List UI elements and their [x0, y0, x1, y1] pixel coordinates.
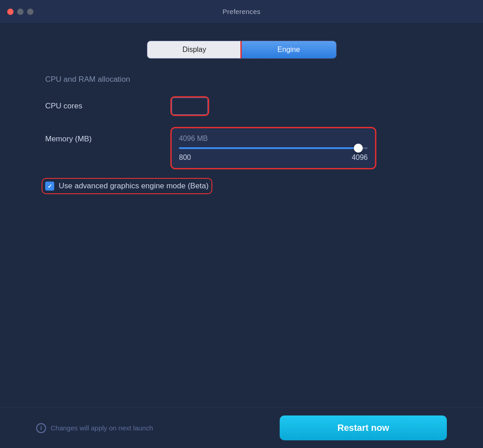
window-controls: [7, 9, 33, 15]
slider-track-wrapper: [179, 147, 368, 149]
memory-current-value: 4096 MB: [179, 135, 368, 143]
section-label: CPU and RAM allocation: [45, 75, 447, 84]
cpu-cores-spinner: ▲ ▼: [172, 98, 208, 115]
checkmark-icon: ✓: [47, 183, 52, 190]
memory-row: Memory (MB) 4096 MB 800 4096: [45, 128, 447, 168]
close-button[interactable]: [7, 9, 14, 15]
slider-track: [179, 147, 368, 149]
slider-thumb[interactable]: [354, 144, 363, 153]
bottom-bar: i Changes will apply on next launch Rest…: [0, 407, 483, 448]
slider-max: 4096: [352, 154, 368, 162]
tab-container: Display Engine: [147, 41, 337, 59]
memory-slider-container: 4096 MB 800 4096: [172, 128, 375, 168]
tab-display[interactable]: Display: [147, 41, 242, 58]
slider-min: 800: [179, 154, 191, 162]
slider-range: 800 4096: [179, 154, 368, 162]
cpu-cores-input[interactable]: [172, 99, 208, 113]
slider-fill: [179, 147, 358, 149]
custom-checkbox: ✓: [45, 182, 54, 191]
advanced-graphics-checkbox-wrapper[interactable]: ✓ Use advanced graphics engine mode (Bet…: [45, 182, 209, 191]
minimize-button[interactable]: [17, 9, 23, 15]
cpu-cores-label: CPU cores: [45, 102, 172, 111]
tab-bar: Display Engine: [36, 41, 447, 59]
window-title: Preferences: [222, 8, 260, 15]
title-bar: Preferences: [0, 0, 483, 23]
main-content: Display Engine CPU and RAM allocation CP…: [0, 23, 483, 218]
advanced-graphics-label: Use advanced graphics engine mode (Beta): [59, 182, 209, 191]
info-icon: i: [36, 423, 46, 433]
cpu-cores-spinner-wrapper: ▲ ▼: [172, 98, 208, 115]
maximize-button[interactable]: [27, 9, 33, 15]
info-text: Changes will apply on next launch: [51, 424, 153, 432]
tab-engine[interactable]: Engine: [242, 41, 336, 58]
info-area: i Changes will apply on next launch: [36, 423, 153, 433]
advanced-graphics-row[interactable]: ✓ Use advanced graphics engine mode (Bet…: [45, 182, 209, 191]
memory-label: Memory (MB): [45, 128, 172, 144]
restart-now-button[interactable]: Restart now: [280, 415, 447, 440]
cpu-cores-row: CPU cores ▲ ▼: [45, 98, 447, 115]
